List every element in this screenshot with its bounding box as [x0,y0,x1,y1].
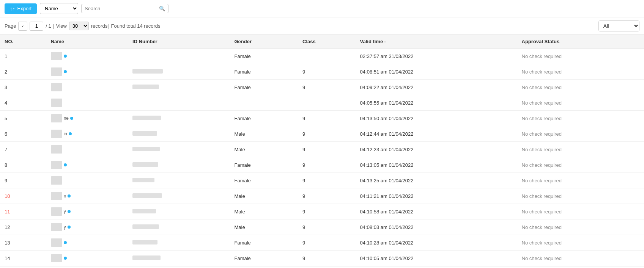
cell-name: y [46,219,128,235]
cell-id-number [128,80,230,95]
prev-page-button-top[interactable]: ‹ [18,22,27,31]
avatar [51,254,62,262]
col-no: NO. [0,35,46,49]
col-gender: Gender [230,35,298,49]
name-text: in [64,131,67,136]
cell-valid-time: 04:10:58 am 01/04/2022 [356,204,517,219]
cell-approval-status: No check required [517,219,644,235]
cell-class: 9 [298,188,356,204]
id-block [132,193,162,198]
page-input-top[interactable] [30,22,43,31]
cell-class: 9 [298,157,356,173]
avatar [51,145,62,154]
avatar [51,176,62,185]
cell-class: 9 [298,173,356,188]
cell-approval-status: No check required [517,49,644,64]
cell-name: ne [46,111,128,126]
col-class: Class [298,35,356,49]
table-row: 404:05:55 am 01/04/2022No check required [0,95,644,111]
cell-no: 11 [0,204,46,219]
cell-valid-time: 04:11:21 am 01/04/2022 [356,188,517,204]
id-block [132,116,161,120]
table-row: 6inMale904:12:44 am 01/04/2022No check r… [0,126,644,142]
avatar [51,192,62,200]
pagination-top: Page ‹ / 1 | View 10 20 30 50 100 record… [0,17,644,34]
avatar [51,223,62,231]
cell-gender: Male [230,126,298,142]
cell-no: 14 [0,251,46,266]
name-text: n [64,193,66,199]
cell-gender: Famale [230,173,298,188]
col-valid-time: Valid time [356,35,517,49]
cell-valid-time: 04:13:05 am 01/04/2022 [356,157,517,173]
name-filter-select[interactable]: Name ID Number Gender [40,3,78,14]
cell-id-number [128,188,230,204]
avatar [51,99,62,107]
records-table: NO. Name ID Number Gender Class Valid ti… [0,34,644,266]
cell-id-number [128,251,230,266]
table-row: 12yMale904:08:03 am 01/04/2022No check r… [0,219,644,235]
cell-class: 9 [298,251,356,266]
cell-class: 9 [298,111,356,126]
cell-gender: Male [230,204,298,219]
view-label-top: View [56,23,67,29]
cell-id-number [128,142,230,157]
cell-approval-status: No check required [517,64,644,80]
cell-no: 6 [0,126,46,142]
records-per-page-top[interactable]: 10 20 30 50 100 [69,22,89,30]
cell-name [46,173,128,188]
cell-class: 9 [298,126,356,142]
export-button[interactable]: ↑ Export [5,3,37,14]
cell-valid-time: 04:13:50 am 01/04/2022 [356,111,517,126]
toolbar: ↑ Export Name ID Number Gender 🔍 [0,0,644,17]
cell-name [46,49,128,64]
online-dot [64,257,67,260]
cell-gender: Famale [230,157,298,173]
table-header-row: NO. Name ID Number Gender Class Valid ti… [0,35,644,49]
avatar [51,238,62,247]
online-dot [64,70,67,73]
cell-valid-time: 04:08:03 am 01/04/2022 [356,219,517,235]
cell-name [46,95,128,111]
col-approval-status: Approval Status [517,35,644,49]
cell-class: 9 [298,142,356,157]
cell-no: 12 [0,219,46,235]
page-label-top: Page [5,23,16,29]
cell-id-number [128,219,230,235]
table-row: 11yMale904:10:58 am 01/04/2022No check r… [0,204,644,219]
cell-valid-time: 04:10:05 am 01/04/2022 [356,251,517,266]
cell-class: 9 [298,64,356,80]
name-text: y [64,209,66,214]
cell-gender: Male [230,142,298,157]
cell-gender: Famale [230,251,298,266]
cell-class: 9 [298,80,356,95]
cell-approval-status: No check required [517,157,644,173]
cell-name [46,80,128,95]
cell-class: 9 [298,204,356,219]
id-block [132,69,163,74]
filter-wrap: All Approved Rejected Pending [598,20,639,31]
name-text: ne [64,116,69,121]
cell-approval-status: No check required [517,80,644,95]
table-row: 2Famale904:08:51 am 01/04/2022No check r… [0,64,644,80]
records-label-top: records| [91,23,109,29]
cell-no: 13 [0,235,46,251]
cell-approval-status: No check required [517,173,644,188]
avatar [51,161,62,169]
cell-id-number [128,64,230,80]
cell-valid-time: 04:10:28 am 01/04/2022 [356,235,517,251]
table-row: 1Famale02:37:57 am 31/03/2022No check re… [0,49,644,64]
cell-name [46,235,128,251]
approval-filter-select[interactable]: All Approved Rejected Pending [598,20,639,31]
cell-valid-time: 04:09:22 am 01/04/2022 [356,80,517,95]
avatar [51,130,62,138]
id-block [132,147,160,151]
avatar [51,67,62,76]
cell-no: 9 [0,173,46,188]
cell-name: n [46,188,128,204]
cell-gender: Famale [230,64,298,80]
cell-valid-time: 04:12:44 am 01/04/2022 [356,126,517,142]
pagination-bottom: Page ‹ / 1 | View 10 20 30 50 100 record… [0,266,644,268]
search-input[interactable] [85,6,159,11]
table-row: 9Famale904:13:25 am 01/04/2022No check r… [0,173,644,188]
